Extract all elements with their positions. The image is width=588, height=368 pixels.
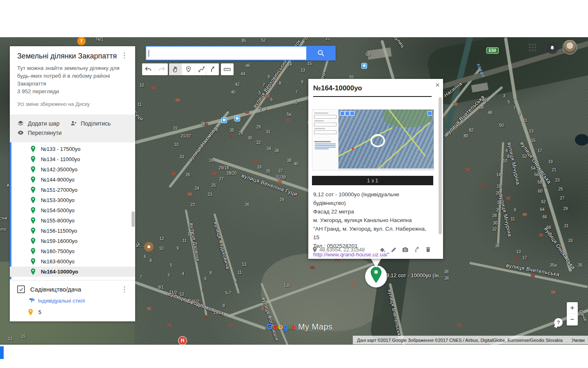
coordinates: 48.63554, 22.31548 [319, 247, 365, 253]
add-marker-button[interactable] [182, 63, 195, 75]
add-layer-button[interactable]: Додати шар [17, 119, 60, 128]
save-status: Усі зміни збережено на Диску [17, 101, 129, 113]
top-white-band [0, 0, 588, 37]
undo-icon [145, 65, 152, 73]
house-number: 6 [144, 254, 146, 259]
list-item[interactable]: №133 - 17500уо [10, 144, 135, 154]
green-pin-icon [30, 146, 36, 153]
house-number: 30 [247, 136, 252, 140]
list-item[interactable]: №154-5000уо [10, 205, 135, 215]
popup-title: №164-10000уо [313, 84, 443, 92]
green-pin-icon [30, 176, 36, 183]
list-item[interactable]: №164-10000уо [10, 267, 135, 277]
redo-button[interactable] [155, 63, 168, 75]
house-number: 38 [444, 269, 448, 274]
terms-link[interactable]: Умови [572, 338, 585, 343]
close-icon[interactable]: × [435, 81, 440, 90]
map-title[interactable]: Земельні ділянки Закарпаття [17, 52, 117, 61]
avatar[interactable] [563, 40, 577, 54]
house-number: 6 [506, 148, 508, 153]
house-number: 13 [516, 249, 521, 254]
share-button[interactable]: Поділитись [70, 119, 111, 128]
list-item[interactable]: №155-8000уо [10, 215, 135, 226]
list-item[interactable]: №151-27000уо [10, 185, 135, 195]
layer2-checkbox[interactable] [17, 285, 25, 293]
zoom-out-button[interactable]: − [567, 314, 578, 325]
undo-button[interactable] [142, 63, 155, 75]
text-caret [149, 50, 149, 57]
delete-trash-icon[interactable] [425, 246, 432, 253]
list-item[interactable]: №134 - 11000уо [10, 154, 135, 164]
measure-button[interactable] [221, 63, 234, 75]
add-directions-button[interactable] [206, 63, 219, 75]
street-label: Й... [136, 242, 145, 248]
popup-pointer [371, 258, 381, 268]
house-number: 29 [279, 197, 284, 202]
individual-styles-link[interactable]: Індивідуальні стилі [29, 297, 129, 304]
street-label: А [7, 183, 10, 188]
directions-icon[interactable] [413, 246, 420, 253]
edit-pencil-icon[interactable] [390, 246, 397, 253]
house-number: 15/2 [191, 299, 199, 304]
house-number: 33 [179, 155, 184, 159]
dot-poi-marker[interactable] [144, 242, 154, 251]
layer2-menu-button[interactable]: ⋮ [119, 286, 129, 293]
popup-title-divider [313, 96, 432, 97]
hospital-marker[interactable]: H [178, 336, 187, 345]
popup-scrollbar[interactable] [439, 97, 442, 234]
house-number: 52 [522, 154, 527, 159]
list-item[interactable]: №156-11500уо [10, 226, 135, 236]
search-icon [317, 49, 325, 57]
house-number: 5-7 [225, 291, 231, 295]
apps-grid-button[interactable] [529, 44, 536, 51]
house-number: 8 [209, 271, 212, 275]
list-item[interactable]: №163-6000уо [10, 256, 135, 267]
preview-button[interactable]: Переглянути [17, 128, 62, 137]
house-number: 9 [514, 208, 516, 212]
list-item[interactable]: №142-35000уо [10, 164, 135, 175]
notifications-button[interactable] [546, 42, 558, 54]
layer2-legend-item[interactable]: 5 [28, 309, 129, 316]
house-number: 6 [270, 97, 273, 102]
map-menu-button[interactable]: ⋮ [119, 52, 129, 59]
green-pin-icon [30, 197, 36, 204]
list-item[interactable]: №144-9000уо [10, 175, 135, 185]
search-button[interactable] [306, 46, 336, 61]
house-number: 54 [531, 166, 535, 171]
list-item[interactable]: №159-16000уо [10, 236, 135, 246]
house-number: 10 [174, 142, 178, 147]
selected-marker-pin[interactable] [370, 267, 382, 285]
search-input[interactable] [145, 46, 306, 61]
house-number: 17 [537, 148, 542, 153]
transit-stop-icon[interactable] [361, 63, 367, 69]
camera-icon[interactable] [402, 246, 409, 253]
list-item[interactable]: №153-3000уо [10, 195, 135, 205]
house-number: 9 [301, 80, 303, 84]
zoom-in-button[interactable]: + [567, 302, 578, 314]
transit-stop-icon[interactable] [234, 116, 240, 121]
help-button[interactable]: ? [554, 318, 563, 327]
list-scrollbar[interactable] [131, 211, 135, 227]
attached-image[interactable] [312, 109, 434, 171]
style-bucket-icon[interactable] [379, 246, 386, 253]
house-number: 9 [234, 278, 237, 283]
layer2-section: Садівництво/дача ⋮ Індивідуальні стилі 5 [10, 280, 135, 321]
layer2-name[interactable]: Садівництво/дача [30, 286, 114, 293]
marker-tool-icon [185, 65, 192, 73]
blue-edge-element [0, 346, 4, 359]
bar-poi-marker[interactable] [77, 37, 86, 45]
transit-stop-icon[interactable] [221, 117, 227, 123]
list-item[interactable]: №160-7500уо [10, 246, 135, 256]
house-number: 23 [207, 192, 212, 197]
map-pin-icon [370, 267, 382, 283]
house-number: 7 [295, 90, 298, 94]
green-pin-icon [30, 166, 36, 173]
house-number: 20 [496, 191, 500, 195]
house-number: 34 [266, 146, 271, 151]
pan-tool-button[interactable] [169, 63, 182, 75]
redo-icon [158, 65, 165, 73]
search-bar [145, 46, 336, 61]
street-label: вулиця Дарвіна [189, 222, 201, 261]
house-number: 13 [529, 129, 533, 133]
house-number: 44 [241, 72, 245, 76]
